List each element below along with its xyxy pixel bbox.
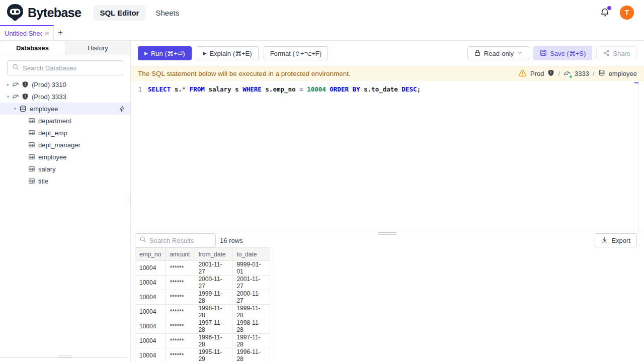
caret-down-icon[interactable]: ▾ xyxy=(11,106,19,111)
nav-sql-editor[interactable]: SQL Editor xyxy=(93,5,145,21)
results-resize-handle[interactable] xyxy=(378,232,396,235)
tree-item-employee[interactable]: employee xyxy=(0,151,130,163)
cell-to_date[interactable]: 1996-11-28 xyxy=(232,348,270,362)
tree-item-label: title xyxy=(38,177,48,185)
readonly-mode-dropdown[interactable]: Read-only xyxy=(467,46,529,60)
tree-item-label: (Prod) 3310 xyxy=(32,81,66,88)
results-panel: 16 rows Export emp_noamountfrom_dateto_ xyxy=(131,233,644,362)
tree-item--prod-3310[interactable]: ▸(Prod) 3310 xyxy=(0,78,130,90)
tree-item--prod-3333[interactable]: ▾(Prod) 3333 xyxy=(0,90,130,103)
sql-token-number: 10004 xyxy=(307,85,326,93)
save-button[interactable]: Save (⌘+S) xyxy=(533,46,592,60)
nav-sheets[interactable]: Sheets xyxy=(151,5,183,21)
instance-label[interactable]: 3333 xyxy=(575,70,589,77)
bytebase-logo-icon xyxy=(6,4,24,22)
caret-right-icon[interactable]: ▸ xyxy=(4,82,12,87)
table-row[interactable]: 10004******1995-11-291996-11-28 xyxy=(135,348,270,362)
column-header-to_date[interactable]: to_date xyxy=(232,248,270,261)
tree-item-title[interactable]: title xyxy=(0,175,130,187)
sql-editor[interactable]: 1 SELECT s.* FROM salary s WHERE s.emp_n… xyxy=(131,81,644,233)
cell-from_date[interactable]: 1996-11-28 xyxy=(194,334,232,348)
tab-history[interactable]: History xyxy=(65,41,130,55)
tree-item-label: department xyxy=(38,117,71,125)
cell-amount[interactable]: ****** xyxy=(166,334,194,348)
cell-from_date[interactable]: 1999-11-28 xyxy=(194,290,232,305)
cell-to_date[interactable]: 9999-01-01 xyxy=(232,261,270,276)
cell-to_date[interactable]: 2000-11-27 xyxy=(232,290,270,305)
connection-breadcrumb: Prod / 3333 / xyxy=(518,69,637,79)
tree-item-dept-emp[interactable]: dept_emp xyxy=(0,127,130,139)
cell-to_date[interactable]: 2001-11-27 xyxy=(232,276,270,290)
sidebar-horizontal-resize-handle[interactable] xyxy=(128,195,130,203)
cell-amount[interactable]: ****** xyxy=(166,348,194,362)
breadcrumb-separator: / xyxy=(558,70,560,77)
mysql-icon xyxy=(564,70,571,77)
tree-item-label: dept_manager xyxy=(38,141,80,149)
shield-icon xyxy=(547,69,554,78)
table-row[interactable]: 10004******2000-11-272001-11-27 xyxy=(135,276,270,290)
database-search-input[interactable] xyxy=(23,64,118,72)
protected-environment-banner: The SQL statement below will be executed… xyxy=(131,66,644,81)
cell-emp_no[interactable]: 10004 xyxy=(135,319,166,334)
cell-emp_no[interactable]: 10004 xyxy=(135,334,166,348)
tree-item-dept-manager[interactable]: dept_manager xyxy=(0,139,130,151)
explain-button[interactable]: ▶ Explain (⌘+E) xyxy=(197,46,259,60)
export-button[interactable]: Export xyxy=(595,233,637,247)
cell-emp_no[interactable]: 10004 xyxy=(135,348,166,362)
database-icon xyxy=(598,69,605,78)
results-search-input[interactable] xyxy=(149,237,211,244)
column-header-from_date[interactable]: from_date xyxy=(194,248,232,261)
format-button[interactable]: Format (⇧+⌥+F) xyxy=(264,46,328,60)
database-icon xyxy=(19,105,27,113)
cell-from_date[interactable]: 1997-11-28 xyxy=(194,319,232,334)
cell-emp_no[interactable]: 10004 xyxy=(135,305,166,319)
sidebar-vertical-resize-handle[interactable] xyxy=(58,355,71,357)
share-button[interactable]: Share xyxy=(596,46,637,60)
table-row[interactable]: 10004******1999-11-282000-11-27 xyxy=(135,290,270,305)
table-row[interactable]: 10004******1998-11-281999-11-28 xyxy=(135,305,270,319)
table-row[interactable]: 10004******1997-11-281998-11-28 xyxy=(135,319,270,334)
cell-amount[interactable]: ****** xyxy=(166,319,194,334)
tab-databases[interactable]: Databases xyxy=(0,41,65,55)
cell-emp_no[interactable]: 10004 xyxy=(135,276,166,290)
cell-from_date[interactable]: 2001-11-27 xyxy=(194,261,232,276)
tree-item-employee[interactable]: ▾employee xyxy=(0,103,130,115)
cell-amount[interactable]: ****** xyxy=(166,261,194,276)
sql-token-plain xyxy=(186,85,190,93)
add-sheet-button[interactable]: + xyxy=(54,25,67,40)
cell-amount[interactable]: ****** xyxy=(166,290,194,305)
cell-amount[interactable]: ****** xyxy=(166,305,194,319)
database-search[interactable] xyxy=(7,60,123,75)
sql-token-keyword: SELECT xyxy=(148,85,171,93)
cell-to_date[interactable]: 1998-11-28 xyxy=(232,319,270,334)
column-header-amount[interactable]: amount xyxy=(166,248,194,261)
sheet-tab-untitled[interactable]: Untitled Sheet xyxy=(0,25,54,40)
top-bar: Bytebase SQL Editor Sheets T xyxy=(0,0,644,25)
column-header-emp_no[interactable]: emp_no xyxy=(135,248,166,261)
cell-from_date[interactable]: 2000-11-27 xyxy=(194,276,232,290)
cell-to_date[interactable]: 1999-11-28 xyxy=(232,305,270,319)
cell-from_date[interactable]: 1998-11-28 xyxy=(194,305,232,319)
table-row[interactable]: 10004******1996-11-281997-11-28 xyxy=(135,334,270,348)
tree-item-department[interactable]: department xyxy=(0,115,130,127)
cell-to_date[interactable]: 1997-11-28 xyxy=(232,334,270,348)
sidebar: Databases History ▸(Prod) 3310▾(Prod) 33… xyxy=(0,41,131,362)
sql-code-line[interactable]: 1 SELECT s.* FROM salary s WHERE s.emp_n… xyxy=(131,84,644,94)
bolt-icon[interactable] xyxy=(119,106,125,112)
run-button[interactable]: ▶ Run (⌘+⏎) xyxy=(138,46,192,60)
table-row[interactable]: 10004******2001-11-279999-01-01 xyxy=(135,261,270,276)
cell-from_date[interactable]: 1995-11-29 xyxy=(194,348,232,362)
database-label[interactable]: employee xyxy=(609,70,637,77)
notifications-bell-icon[interactable] xyxy=(600,8,610,18)
cell-emp_no[interactable]: 10004 xyxy=(135,261,166,276)
sql-token-keyword: FROM xyxy=(190,85,205,93)
tree-item-label: employee xyxy=(30,105,58,113)
caret-down-icon[interactable]: ▾ xyxy=(4,94,12,99)
user-avatar[interactable]: T xyxy=(620,6,634,20)
unsaved-indicator-dot xyxy=(45,32,49,35)
table-header-row: emp_noamountfrom_dateto_date xyxy=(135,248,270,261)
cell-amount[interactable]: ****** xyxy=(166,276,194,290)
results-search[interactable] xyxy=(135,233,216,247)
cell-emp_no[interactable]: 10004 xyxy=(135,290,166,305)
tree-item-salary[interactable]: salary xyxy=(0,163,130,175)
